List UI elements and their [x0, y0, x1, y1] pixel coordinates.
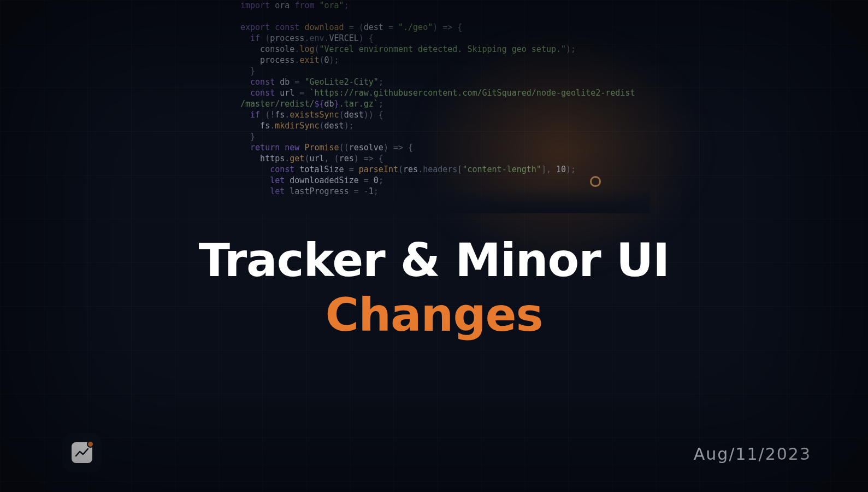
brand-logo: [62, 433, 102, 472]
code-fade-overlay: [235, 186, 650, 213]
vignette-overlay: [0, 0, 868, 492]
logo-inner: [72, 442, 92, 463]
logo-notification-dot: [87, 441, 94, 448]
hero-title: Tracker & Minor UI Changes: [0, 235, 868, 341]
title-line-1: Tracker & Minor UI: [0, 235, 868, 285]
accent-glow: [410, 27, 710, 273]
title-line-2: Changes: [0, 290, 868, 340]
circle-accent-icon: [590, 176, 601, 187]
background-code: import ora from "ora"; export const down…: [240, 0, 634, 197]
background-grid: [0, 0, 868, 492]
publish-date: Aug/11/2023: [694, 444, 811, 464]
chart-line-icon: [75, 448, 88, 457]
